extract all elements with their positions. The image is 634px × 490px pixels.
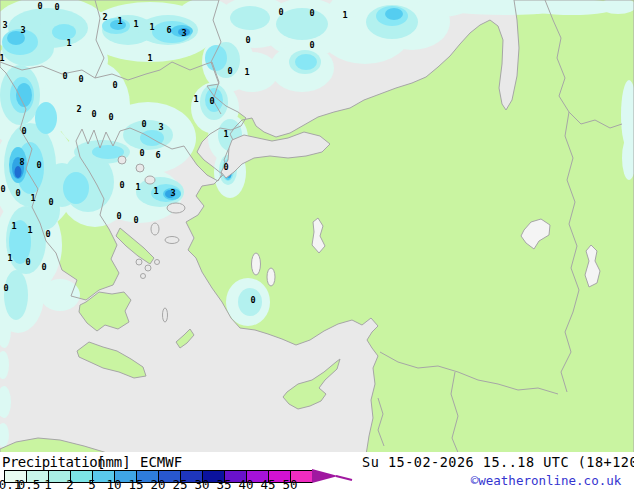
legend-units: [mm] — [97, 454, 131, 470]
island-cyclades — [155, 260, 160, 265]
precip-value-label: 3 — [181, 28, 186, 38]
precip-value-label: 1 — [153, 186, 158, 196]
precip-value-label: 0 — [78, 74, 83, 84]
lake-beysehir — [252, 253, 261, 275]
precip-blob-level-3 — [63, 172, 89, 204]
precip-value-label: 0 — [250, 295, 255, 305]
precip-value-label: 0 — [133, 215, 138, 225]
scale-tick-label: 5 — [88, 477, 96, 490]
precip-value-label: 0 — [119, 180, 124, 190]
island-lesbos — [167, 203, 185, 213]
island-cyclades — [141, 274, 146, 279]
precip-blob-level-2 — [230, 6, 270, 30]
precip-blob-level-1 — [40, 279, 80, 311]
precip-value-label: 1 — [7, 253, 12, 263]
precip-value-label: 3 — [2, 20, 7, 30]
precip-value-label: 0 — [227, 66, 232, 76]
precip-value-label: 1 — [193, 94, 198, 104]
weather-map: 0033211163111000102000301068000100113001… — [0, 0, 634, 455]
scale-tick-label: 35 — [216, 477, 231, 490]
precip-value-label: 0 — [108, 112, 113, 122]
island-samos — [165, 237, 179, 244]
precip-value-label: 3 — [158, 122, 163, 132]
precip-value-label: 0 — [36, 160, 41, 170]
island-limnos — [145, 176, 155, 184]
precip-value-label: 0 — [45, 229, 50, 239]
legend-datetime: Su 15-02-2026 15..18 UTC (18+120) — [362, 454, 634, 470]
scale-tick-label: 1 — [44, 477, 52, 490]
scale-tick-label: 45 — [260, 477, 275, 490]
precip-value-label: 0 — [41, 262, 46, 272]
scale-tick-label: 20 — [150, 477, 165, 490]
island-karpathos — [163, 308, 168, 322]
scale-tick-label: 40 — [238, 477, 253, 490]
precip-blob-level-4 — [16, 83, 32, 107]
precip-blob-level-3 — [52, 24, 76, 40]
colorbar-arrow-icon — [312, 469, 338, 483]
colorbar-arrow-tail — [336, 476, 352, 480]
precip-value-label: 1 — [244, 67, 249, 77]
precip-value-label: 1 — [149, 22, 154, 32]
precip-value-label: 8 — [19, 157, 24, 167]
precip-value-label: 0 — [209, 96, 214, 106]
island-cyclades — [145, 265, 151, 271]
precip-value-label: 3 — [20, 25, 25, 35]
island-chios — [151, 223, 159, 235]
legend-copyright: ©weatheronline.co.uk — [471, 473, 622, 488]
precip-value-label: 6 — [166, 25, 171, 35]
precip-value-label: 0 — [223, 162, 228, 172]
scale-tick-label: 50 — [282, 477, 297, 490]
precip-blob-level-2 — [276, 8, 328, 40]
scale-tick-label: 25 — [172, 477, 187, 490]
precip-value-label: 2 — [76, 104, 81, 114]
precip-value-label: 0 — [62, 71, 67, 81]
precip-value-label: 0 — [278, 7, 283, 17]
precip-value-label: 0 — [309, 40, 314, 50]
precip-value-label: 0 — [139, 148, 144, 158]
scale-tick-label: 2 — [66, 477, 74, 490]
precip-value-label: 0 — [116, 211, 121, 221]
precip-value-label: 1 — [147, 53, 152, 63]
precip-blob-level-4 — [385, 8, 403, 20]
precip-value-label: 1 — [223, 129, 228, 139]
precip-value-label: 1 — [133, 19, 138, 29]
precip-value-label: 0 — [15, 188, 20, 198]
lake-egirdir — [267, 268, 275, 286]
precip-value-label: 6 — [155, 150, 160, 160]
precip-value-label: 0 — [141, 119, 146, 129]
precip-value-label: 0 — [309, 8, 314, 18]
scale-tick-label: 15 — [128, 477, 143, 490]
precip-value-label: 1 — [117, 16, 122, 26]
precip-value-label: 1 — [0, 53, 5, 63]
scale-tick-label: 30 — [194, 477, 209, 490]
precip-value-label: 2 — [102, 12, 107, 22]
island-samothraki — [136, 164, 144, 172]
precip-blob-level-3 — [35, 102, 57, 134]
precip-blob-level-3 — [295, 54, 317, 70]
scale-tick-label: 10 — [106, 477, 121, 490]
precip-value-label: 0 — [0, 184, 5, 194]
precip-value-label: 1 — [135, 182, 140, 192]
island-thasos — [118, 156, 126, 164]
precip-blob-level-2 — [4, 270, 28, 320]
precip-value-label: 1 — [342, 10, 347, 20]
scale-tick-label: 0.5 — [18, 477, 41, 490]
precip-value-label: 0 — [112, 80, 117, 90]
legend-title: Precipitation — [2, 454, 105, 470]
precip-value-label: 0 — [21, 126, 26, 136]
precip-value-label: 0 — [48, 197, 53, 207]
legend: Precipitation [mm] ECMWF Su 15-02-2026 1… — [0, 452, 634, 490]
precip-value-label: 1 — [27, 225, 32, 235]
precip-value-label: 1 — [66, 38, 71, 48]
legend-model: ECMWF — [140, 454, 182, 470]
precip-value-label: 1 — [30, 193, 35, 203]
precip-value-label: 1 — [11, 221, 16, 231]
precip-value-label: 0 — [37, 1, 42, 11]
precip-value-label: 0 — [3, 283, 8, 293]
precip-blob-level-6 — [15, 166, 22, 178]
island-cyclades — [136, 259, 142, 265]
precip-value-label: 0 — [91, 109, 96, 119]
precip-value-label: 0 — [245, 35, 250, 45]
precip-value-label: 0 — [54, 2, 59, 12]
precip-value-label: 0 — [25, 257, 30, 267]
